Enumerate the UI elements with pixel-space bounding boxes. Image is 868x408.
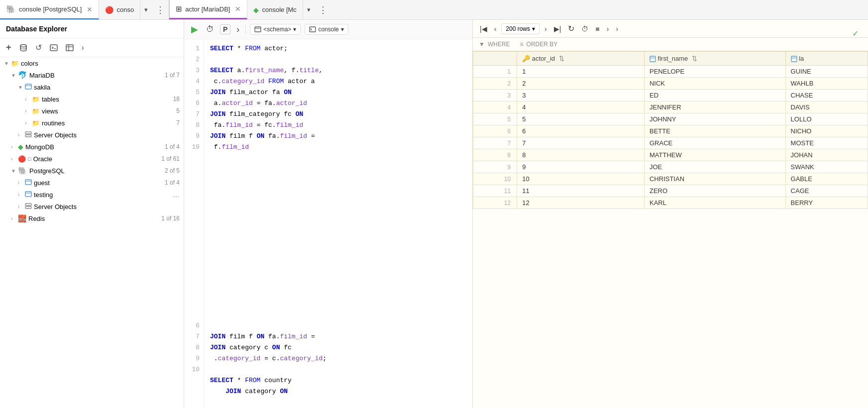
next-page-button[interactable]: › xyxy=(542,24,549,34)
arrow-right-icon[interactable]: › xyxy=(80,42,86,53)
cell-actor-id: 3 xyxy=(517,90,645,102)
cell-first-name: NICK xyxy=(644,78,785,90)
pin-button[interactable]: P xyxy=(220,24,230,34)
cell-last-name: NICHO xyxy=(785,125,868,137)
tree-item-testing[interactable]: › testing … xyxy=(0,189,184,201)
where-filter[interactable]: ▼ WHERE xyxy=(479,41,510,48)
cell-actor-id: 7 xyxy=(517,137,645,149)
tree-item-tables[interactable]: › 📁 tables 18 xyxy=(0,93,184,105)
refresh-icon[interactable]: ↺ xyxy=(33,42,44,53)
terminal-icon[interactable] xyxy=(48,43,60,53)
folder-icon-tables: 📁 xyxy=(32,96,40,103)
sort-icon[interactable]: ⇅ xyxy=(559,55,564,62)
sort-icon-fn[interactable]: ⇅ xyxy=(692,55,697,62)
col-first-name[interactable]: first_name ⇅ xyxy=(644,52,785,66)
cell-first-name: ED xyxy=(644,90,785,102)
last-page-button[interactable]: ▶| xyxy=(552,24,563,34)
sidebar-title: Database Explorer xyxy=(6,25,67,33)
tab-dropdown-1[interactable]: ▾ xyxy=(140,0,152,19)
tab-console2[interactable]: 🔴 conso xyxy=(99,0,140,19)
tree-item-routines[interactable]: › 📁 routines 7 xyxy=(0,117,184,129)
folder-icon: 📁 xyxy=(11,60,19,67)
database-icon[interactable] xyxy=(17,43,29,53)
expand-icon-routines: › xyxy=(25,120,30,126)
tree-item-server-objects-2[interactable]: › Server Objects xyxy=(0,201,184,212)
orderby-filter[interactable]: ≡ ORDER BY xyxy=(520,41,558,48)
tab-actor-mariadb[interactable]: ⊞ actor [MariaDB] ✕ xyxy=(169,0,247,19)
stop-results-button[interactable]: ■ xyxy=(593,24,601,34)
tab-close-pg[interactable]: ✕ xyxy=(87,5,93,13)
cell-first-name: BETTE xyxy=(644,125,785,137)
tree-label-guest: guest xyxy=(34,179,161,187)
table-icon[interactable] xyxy=(64,43,76,53)
tree-item-mariadb[interactable]: ▼ 🐬 MariaDB 1 of 7 xyxy=(0,69,184,81)
expand-icon-tables: › xyxy=(25,97,30,102)
tree-item-mongodb[interactable]: › ◆ MongoDB 1 of 4 xyxy=(0,141,184,153)
cell-first-name: JOHNNY xyxy=(644,113,785,125)
tree-badge-guest: 1 of 4 xyxy=(165,179,180,186)
tree-item-oracle[interactable]: › 🔴 □ Oracle 1 of 61 xyxy=(0,153,184,165)
tree-label-views: views xyxy=(42,107,172,115)
schema-label: <schema> xyxy=(263,26,291,33)
expand-icon-mariadb: ▼ xyxy=(11,73,16,78)
console-selector[interactable]: console ▾ xyxy=(305,24,348,35)
tab-close-mariadb[interactable]: ✕ xyxy=(235,5,241,13)
prev-page-button[interactable]: ‹ xyxy=(492,24,499,34)
refresh-results-button[interactable]: ↻ xyxy=(566,23,576,34)
filter-bar: ▼ WHERE ≡ ORDER BY xyxy=(473,38,868,51)
expand-icon-server1: › xyxy=(18,132,23,138)
first-page-button[interactable]: |◀ xyxy=(478,24,489,34)
arrow-button[interactable]: › xyxy=(234,23,241,36)
cell-actor-id: 9 xyxy=(517,161,645,173)
tree-item-views[interactable]: › 📁 views 5 xyxy=(0,105,184,117)
row-number: 8 xyxy=(473,149,517,161)
tree-item-guest[interactable]: › guest 1 of 4 xyxy=(0,177,184,189)
editor-content[interactable]: 12345 678910 SELECT * FROM actor; SELECT… xyxy=(184,39,472,320)
time-results-button[interactable]: ⏱ xyxy=(579,24,590,34)
main-layout: Database Explorer + ↺ › ▼ 📁 colors xyxy=(0,20,868,408)
more-button-right2[interactable]: › xyxy=(614,24,620,34)
code-lines-2[interactable]: JOIN film f ON fa.film_id = JOIN categor… xyxy=(204,320,332,408)
sidebar-header: Database Explorer xyxy=(0,20,184,38)
col-last-name[interactable]: la xyxy=(785,52,868,66)
pg-schema-icon-guest xyxy=(25,179,32,187)
tree-item-colors[interactable]: ▼ 📁 colors xyxy=(0,57,184,69)
tree-badge-tables: 18 xyxy=(173,96,180,102)
cell-actor-id: 4 xyxy=(517,102,645,113)
code-editor[interactable]: SELECT * FROM actor; SELECT a.first_name… xyxy=(204,39,472,320)
expand-icon-sakila: ▼ xyxy=(18,85,23,90)
rows-selector[interactable]: 200 rows ▾ xyxy=(501,23,540,34)
schema-selector[interactable]: <schema> ▾ xyxy=(250,24,301,35)
tab-console-mc[interactable]: ◆ console [Mc xyxy=(247,0,303,19)
row-number: 6 xyxy=(473,125,517,137)
history-button[interactable]: ⏱ xyxy=(204,24,216,35)
tab-more-1[interactable]: ⋮ xyxy=(152,0,169,19)
cell-last-name: MOSTE xyxy=(785,137,868,149)
postgresql-icon: 🐘 xyxy=(6,4,16,14)
row-number: 9 xyxy=(473,161,517,173)
tab-dropdown-2[interactable]: ▾ xyxy=(303,0,315,19)
table-row: 10 10 CHRISTIAN GABLE xyxy=(473,173,868,185)
tree-item-redis[interactable]: › 🧱 Redis 1 of 16 xyxy=(0,212,184,224)
more-button-right[interactable]: › xyxy=(605,24,611,34)
tree-item-postgresql[interactable]: ▼ 🐘 PostgreSQL 2 of 5 xyxy=(0,165,184,177)
row-number: 5 xyxy=(473,113,517,125)
oracle-icon: 🔴 xyxy=(18,155,26,163)
tree-item-server-objects-1[interactable]: › Server Objects xyxy=(0,129,184,141)
col-actor-id[interactable]: 🔑 actor_id ⇅ xyxy=(517,52,645,66)
tree-item-sakila[interactable]: ▼ sakila xyxy=(0,81,184,93)
pg-schema-icon-testing xyxy=(25,191,32,199)
tree-label-routines: routines xyxy=(42,119,172,127)
table-row: 1 1 PENELOPE GUINE xyxy=(473,66,868,78)
orderby-icon: ≡ xyxy=(520,41,524,48)
col-label-last-name: la xyxy=(799,55,804,62)
mongodb-icon: ◆ xyxy=(18,143,23,151)
tab-more-2[interactable]: ⋮ xyxy=(315,0,331,19)
cell-last-name: BERRY xyxy=(785,197,868,209)
add-button[interactable]: + xyxy=(4,41,13,54)
run-button[interactable]: ▶ xyxy=(189,23,200,36)
cell-last-name: CHASE xyxy=(785,90,868,102)
console-dropdown-icon: ▾ xyxy=(341,26,344,33)
console-label: console xyxy=(318,26,338,33)
tab-pg-console[interactable]: 🐘 console [PostgreSQL] ✕ xyxy=(0,0,99,19)
